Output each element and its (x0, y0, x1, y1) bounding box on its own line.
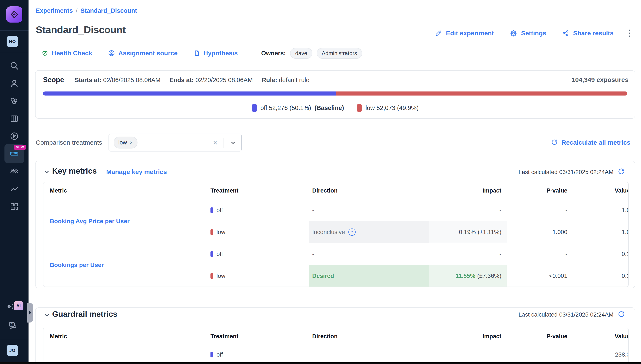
owner-chip-dave[interactable]: dave (290, 48, 312, 59)
col-impact: Impact (429, 333, 507, 340)
treatment-label: off (216, 351, 223, 358)
metric-name-cell: Booking Avg Price per User (44, 199, 206, 243)
person-icon (9, 78, 19, 88)
col-value: Value (578, 333, 629, 340)
pvalue: - (565, 351, 567, 358)
impact-value: - (499, 351, 501, 358)
metric-value: 1.0 (622, 207, 629, 214)
user-avatar[interactable]: JO (7, 345, 18, 356)
scope-card: Scope Starts at: 02/06/2025 08:06AM Ends… (35, 70, 635, 119)
metric-link-booking-avg-price[interactable]: Booking Avg Price per User (50, 218, 130, 225)
columns-icon (9, 114, 19, 124)
app-logo[interactable] (6, 6, 22, 22)
impact-value: 0.19% (459, 229, 476, 236)
breadcrumb-current[interactable]: Standard_Discount (81, 7, 137, 14)
svg-text:?: ? (11, 322, 13, 326)
metric-name-cell: Avg Booking Price per Night (44, 345, 206, 364)
treatment-chip-label: low (118, 139, 127, 146)
settings-button[interactable]: Settings (510, 29, 546, 37)
key-last-calculated: Last calculated 03/31/2025 02:24AM (519, 169, 613, 176)
sidebar-item-feature-gates[interactable] (9, 96, 19, 106)
metric-link-bookings-per-user[interactable]: Bookings per User (50, 262, 104, 268)
refresh-icon[interactable] (617, 310, 625, 318)
sidebar-expand-handle[interactable] (27, 303, 33, 322)
horizontal-scrollbar[interactable] (0, 362, 641, 364)
comparison-treatments-select[interactable]: low × × (109, 134, 242, 152)
chevron-down-icon[interactable] (230, 140, 236, 146)
legend-item-low: low 52,073 (49.9%) (357, 104, 419, 112)
recalculate-all-metrics-button[interactable]: Recalculate all metrics (551, 134, 630, 152)
scope-bar-baseline (43, 92, 336, 96)
flag-circle-icon (9, 131, 19, 141)
select-clear-icon[interactable]: × (213, 137, 218, 148)
scope-title: Scope (43, 76, 64, 84)
impact-value: 11.55% (455, 272, 475, 279)
manage-key-metrics-link[interactable]: Manage key metrics (106, 168, 167, 176)
main-content: Experiments / Standard_Discount Standard… (29, 0, 641, 364)
health-check-link[interactable]: Health Check (41, 50, 92, 57)
dashboard-grid-icon (9, 202, 19, 212)
owner-chip-administrators[interactable]: Administrators (317, 48, 362, 59)
target-icon (108, 50, 115, 57)
experiment-results-page: HO NEW AI (0, 0, 641, 364)
sidebar-item-users[interactable] (9, 78, 19, 88)
table-row-low: low Desired 11.55%(±7.36%) <0.001 0.1 (206, 265, 629, 286)
comparison-treatments-label: Comparison treatments (36, 134, 102, 152)
metric-value: 0.1 (622, 250, 629, 258)
ruler-icon (9, 149, 19, 158)
recalculate-label: Recalculate all metrics (561, 139, 630, 146)
direction-value: - (312, 207, 314, 214)
hypothesis-label: Hypothesis (203, 50, 238, 57)
new-badge: NEW (14, 145, 26, 150)
treatment-chip-low[interactable]: low × (114, 136, 138, 148)
breadcrumb: Experiments / Standard_Discount (36, 7, 137, 14)
sidebar-item-help[interactable]: ? (8, 321, 18, 330)
legend-item-off: off 52,276 (50.1%) (Baseline) (252, 104, 344, 112)
sidebar-item-metrics[interactable] (9, 184, 19, 194)
owners-label: Owners: (261, 50, 286, 57)
edit-experiment-button[interactable]: Edit experiment (435, 30, 494, 37)
workspace-badge[interactable]: HO (7, 36, 18, 47)
legend-text-low: low 52,073 (49.9%) (365, 104, 419, 112)
exposures-count: 104,349 exposures (572, 76, 628, 84)
scope-rule: Rule: default rule (262, 76, 309, 84)
heart-check-icon (41, 50, 49, 57)
select-divider (223, 138, 223, 148)
sidebar-item-search[interactable] (9, 61, 19, 71)
edit-experiment-label: Edit experiment (446, 30, 494, 37)
col-treatment: Treatment (206, 333, 309, 340)
impact-value: - (499, 207, 501, 214)
sidebar-item-pulse[interactable] (9, 131, 19, 141)
help-icon[interactable]: ? (348, 228, 356, 236)
treatment-swatch-low (211, 229, 213, 235)
sidebar-item-dashboards[interactable] (9, 202, 19, 212)
table-row-off: off - - - 1.0 (206, 199, 629, 221)
col-impact: Impact (429, 187, 507, 194)
help-chat-icon: ? (8, 321, 18, 330)
more-options-button[interactable] (627, 29, 632, 38)
sidebar-divider (0, 30, 29, 31)
key-metrics-table: Metric Treatment Direction Impact P-valu… (43, 182, 629, 287)
hexagons-icon (9, 96, 19, 106)
sidebar-item-layers[interactable] (9, 114, 19, 124)
col-treatment: Treatment (206, 187, 309, 194)
legend-swatch-baseline (252, 104, 257, 112)
chip-remove-icon[interactable]: × (130, 140, 133, 145)
col-direction: Direction (309, 333, 429, 340)
col-metric: Metric (44, 333, 206, 340)
share-results-button[interactable]: Share results (562, 30, 613, 37)
owners: Owners: dave Administrators (261, 48, 362, 59)
breadcrumb-experiments-link[interactable]: Experiments (36, 7, 73, 14)
refresh-icon[interactable] (617, 168, 625, 176)
sidebar-item-audiences[interactable] (9, 166, 19, 176)
pvalue: 1.000 (552, 229, 567, 236)
line-chart-icon (9, 184, 19, 194)
hypothesis-link[interactable]: Hypothesis (193, 50, 238, 57)
share-results-label: Share results (573, 30, 613, 37)
comparison-row: Comparison treatments low × × Recalculat… (29, 134, 641, 152)
assignment-source-link[interactable]: Assignment source (108, 50, 178, 57)
collapse-section-icon[interactable] (44, 169, 50, 175)
table-header: Metric Treatment Direction Impact P-valu… (44, 328, 628, 345)
collapse-section-icon[interactable] (44, 312, 50, 318)
assignment-source-label: Assignment source (118, 50, 178, 57)
